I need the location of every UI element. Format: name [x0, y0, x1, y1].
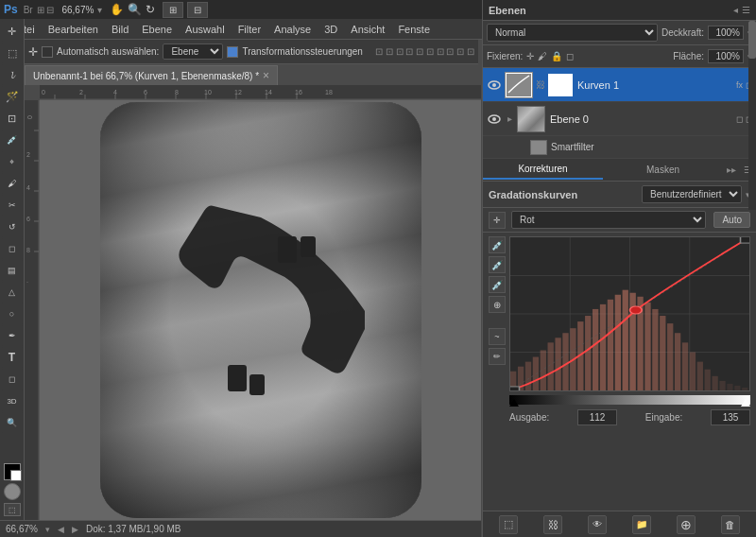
- curves-pencil-btn[interactable]: ✏: [489, 348, 506, 365]
- tool-pen[interactable]: ✒: [2, 325, 23, 346]
- curves-eyedropper-black[interactable]: 💉: [489, 236, 506, 253]
- panel-scrollbar-thumb[interactable]: [748, 21, 756, 59]
- bottom-btn-folder[interactable]: 📁: [632, 515, 651, 534]
- canvas-area: [40, 100, 481, 520]
- input-value-input[interactable]: [711, 409, 750, 425]
- white-point-handle[interactable]: [741, 399, 750, 407]
- smartfilter-row: Smartfilter: [483, 136, 756, 159]
- tool-eraser[interactable]: ◻: [2, 238, 23, 259]
- bottom-btn-add[interactable]: ⊕: [677, 515, 696, 534]
- curves-eyedropper-white[interactable]: 💉: [489, 276, 506, 293]
- fix-icon-move[interactable]: ✛: [526, 51, 534, 61]
- tool-heal[interactable]: ⌖: [2, 151, 23, 172]
- layer-name-ebene0: Ebene 0: [550, 113, 589, 125]
- curves-eyedropper-gray[interactable]: 💉: [489, 256, 506, 273]
- tool-eyedropper[interactable]: 💉: [2, 130, 23, 150]
- view-btn[interactable]: ⊞: [163, 2, 183, 18]
- tab-masken[interactable]: Masken: [603, 161, 723, 179]
- active-tab[interactable]: Unbenannt-1 bei 66,7% (Kurven 1, Ebenenm…: [25, 65, 278, 85]
- grad-preset-select[interactable]: Benutzerdefiniert: [642, 185, 742, 203]
- menu-3d[interactable]: 3D: [318, 22, 344, 37]
- fix-icon-lock[interactable]: 🔒: [551, 51, 562, 61]
- fix-label: Fixieren:: [487, 51, 523, 61]
- svg-rect-71: [690, 353, 696, 391]
- screen-mode[interactable]: ⬚: [4, 503, 21, 516]
- layer-eye-ebene0[interactable]: [487, 112, 502, 127]
- blend-mode-select[interactable]: Normal: [487, 24, 658, 42]
- curves-smooth-btn[interactable]: ~: [489, 328, 506, 345]
- arrange-btn[interactable]: ⊟: [187, 2, 208, 18]
- curves-sample-btn[interactable]: ⊕: [489, 296, 506, 313]
- opacity-input[interactable]: [708, 26, 744, 40]
- layer-ebene0[interactable]: ▸ Ebene 0 ◻ ◻: [483, 102, 756, 136]
- svg-text:.: .: [26, 277, 28, 284]
- rotate-tool[interactable]: ↻: [146, 3, 155, 16]
- bottom-btn-create-layer[interactable]: ⬚: [499, 515, 518, 534]
- menu-fenster[interactable]: Fenste: [391, 22, 437, 37]
- svg-rect-77: [734, 386, 740, 390]
- tool-magic-wand[interactable]: 🪄: [2, 86, 23, 107]
- bottom-btn-eye[interactable]: 👁: [588, 515, 607, 534]
- svg-rect-76: [727, 384, 732, 390]
- tool-move[interactable]: ✛: [2, 21, 23, 42]
- svg-rect-58: [593, 309, 598, 390]
- bottom-btn-link[interactable]: ⛓: [543, 515, 562, 534]
- tab-close-btn[interactable]: ×: [263, 69, 269, 82]
- auto-select-checkbox[interactable]: [42, 46, 53, 58]
- transform-checkbox[interactable]: [227, 46, 238, 58]
- zoom-tool[interactable]: 🔍: [128, 3, 142, 16]
- layer-eye-kurven1[interactable]: [487, 78, 502, 93]
- tool-3d[interactable]: 3D: [2, 390, 23, 411]
- tab-korrekturen[interactable]: Korrekturen: [483, 160, 603, 180]
- bottom-btn-delete[interactable]: 🗑: [721, 515, 740, 534]
- panel-scrollbar[interactable]: [748, 21, 756, 210]
- fix-icon-brush[interactable]: 🖌: [538, 51, 547, 61]
- tool-gradient[interactable]: ▤: [2, 260, 23, 281]
- panel-collapse-btn[interactable]: ◂: [733, 5, 738, 15]
- tool-history[interactable]: ↺: [2, 217, 23, 237]
- svg-rect-67: [660, 316, 665, 390]
- hand-tool[interactable]: ✋: [110, 3, 124, 16]
- curves-select-point-btn[interactable]: ✛: [489, 212, 506, 229]
- tool-dodge[interactable]: ○: [2, 303, 23, 324]
- area-input[interactable]: [708, 49, 744, 63]
- menu-auswahl[interactable]: Auswahl: [179, 22, 232, 37]
- auto-button[interactable]: Auto: [713, 212, 750, 228]
- nav-stop-btn[interactable]: ▶: [72, 525, 78, 534]
- svg-text:18: 18: [325, 89, 333, 95]
- tool-blur[interactable]: △: [2, 282, 23, 303]
- tool-brush[interactable]: 🖌: [2, 173, 23, 194]
- tool-shape[interactable]: ◻: [2, 369, 23, 390]
- auto-select-dropdown[interactable]: Ebene Gruppe: [163, 43, 223, 60]
- tab-arrow-right[interactable]: ▸▸: [723, 161, 740, 179]
- output-value-input[interactable]: [577, 409, 617, 425]
- tool-select-rect[interactable]: ⬚: [2, 43, 23, 63]
- quick-mask[interactable]: [4, 483, 21, 500]
- layer-expand-icon: ▸: [505, 112, 514, 127]
- layer-kurven1[interactable]: ⛓ Kurven 1 fx ◻: [483, 68, 756, 102]
- menu-ebene[interactable]: Ebene: [135, 22, 179, 37]
- menu-ansicht[interactable]: Ansicht: [344, 22, 391, 37]
- svg-rect-49: [525, 362, 531, 390]
- fg-color[interactable]: [4, 463, 21, 480]
- panel-menu-btn[interactable]: ☰: [742, 5, 750, 15]
- channel-select[interactable]: Rot Grün Blau RGB: [511, 211, 706, 229]
- black-point-handle[interactable]: [509, 399, 519, 407]
- tool-text[interactable]: T: [2, 347, 23, 368]
- tool-zoom[interactable]: 🔍: [2, 412, 23, 433]
- curves-graph[interactable]: [509, 236, 750, 391]
- transform-label: Transformationssteuerungen: [242, 46, 362, 57]
- tool-crop[interactable]: ⊡: [2, 108, 23, 129]
- tool-lasso[interactable]: 𝓵: [2, 64, 23, 85]
- menu-bearbeiten[interactable]: Bearbeiten: [42, 22, 105, 37]
- menu-filter[interactable]: Filter: [232, 22, 267, 37]
- svg-rect-33: [301, 236, 316, 257]
- adj-tabs-bar: Korrekturen Masken ▸▸ ☰: [483, 159, 756, 182]
- tool-clone[interactable]: ✂: [2, 195, 23, 216]
- nav-play-btn[interactable]: ◀: [58, 525, 64, 534]
- right-panel: Ebenen ◂ ☰ Normal Deckkraft: ▾ Fixieren:…: [482, 0, 756, 537]
- menu-analyse[interactable]: Analyse: [267, 22, 318, 37]
- fix-icon-all[interactable]: ◻: [566, 51, 574, 61]
- menu-bild[interactable]: Bild: [105, 22, 135, 37]
- smartfilter-icon: [530, 140, 547, 155]
